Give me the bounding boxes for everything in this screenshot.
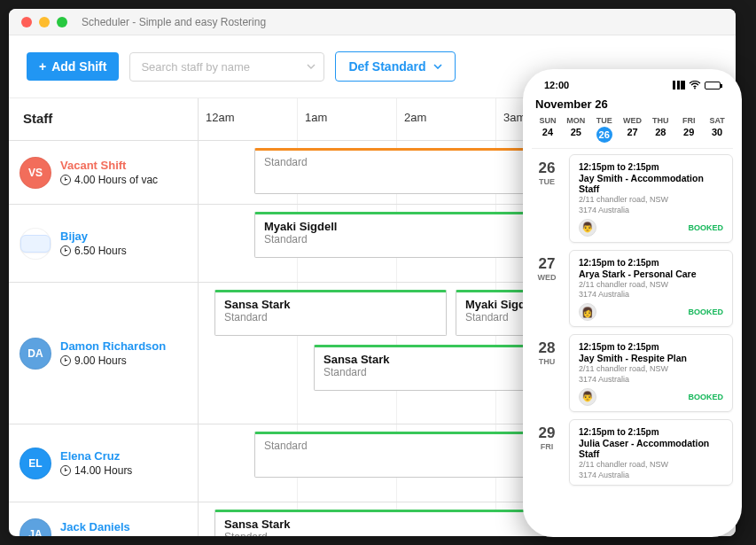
- staff-info: Elena Cruz14.00 Hours: [60, 449, 132, 477]
- appointment-list: 26TUE12:15pm to 2:15pmJay Smith - Accomm…: [532, 149, 733, 486]
- filter-label: Def Standard: [348, 59, 425, 74]
- staff-cell[interactable]: JAJack Daniels7.00 Hours: [9, 502, 199, 536]
- date-column: 29FRI: [532, 419, 562, 487]
- day-name: WED: [619, 116, 647, 125]
- week-day[interactable]: FRI29: [674, 116, 703, 143]
- appt-time: 12:15pm to 2:15pm: [579, 258, 723, 268]
- week-day[interactable]: MON25: [562, 116, 590, 143]
- staff-info: Vacant Shift4.00 Hours of vac: [60, 159, 158, 186]
- appt-address: 3174 Australia: [579, 375, 723, 385]
- avatar: JA: [19, 518, 51, 537]
- date-day: TUE: [532, 177, 562, 186]
- avatar-icon: 👨: [579, 388, 596, 406]
- appt-address: 3174 Australia: [579, 471, 723, 480]
- staff-info: Bijay6.50 Hours: [60, 230, 127, 257]
- appt-title: Arya Stark - Personal Care: [579, 269, 723, 279]
- chevron-down-icon: [433, 64, 442, 69]
- date-number: 28: [532, 339, 562, 357]
- day-number: 24: [534, 127, 562, 137]
- staff-cell[interactable]: ELElena Cruz14.00 Hours: [9, 424, 199, 502]
- staff-hours: 9.00 Hours: [60, 354, 166, 367]
- add-shift-label: Add Shift: [51, 59, 106, 74]
- appt-address: 2/11 chandler road, NSW: [579, 460, 723, 470]
- date-day: THU: [532, 357, 562, 366]
- week-day[interactable]: WED27: [619, 116, 647, 143]
- staff-name: Damon Richardson: [60, 339, 166, 353]
- appt-title: Jay Smith - Accommodation Staff: [579, 173, 723, 194]
- add-shift-button[interactable]: + Add Shift: [27, 52, 119, 81]
- card-footer: 👨BOOKED: [579, 388, 723, 406]
- date-day: WED: [532, 273, 562, 282]
- appt-time: 12:15pm to 2:15pm: [579, 342, 723, 352]
- chevron-down-icon: [307, 64, 316, 69]
- hours-text: 9.00 Hours: [74, 354, 127, 367]
- week-day[interactable]: SUN24: [534, 116, 562, 143]
- clock-icon: [60, 245, 71, 256]
- window-title: Scheduler - Simple and easy Rostering: [82, 16, 266, 28]
- staff-column-header: Staff: [9, 98, 199, 140]
- day-number: 27: [619, 127, 647, 137]
- week-day[interactable]: SAT30: [703, 116, 731, 143]
- hours-text: 14.00 Hours: [74, 464, 132, 477]
- time-slot: 12am: [199, 98, 298, 140]
- shift-name: Sansa Stark: [323, 353, 536, 366]
- card-footer: 👩BOOKED: [579, 303, 723, 321]
- appointment-card[interactable]: 12:15pm to 2:15pmArya Stark - Personal C…: [569, 250, 733, 328]
- appt-address: 3174 Australia: [579, 290, 723, 300]
- close-icon[interactable]: [21, 17, 32, 27]
- staff-cell[interactable]: DADamon Richardson9.00 Hours: [9, 283, 199, 424]
- week-strip: SUN24MON25TUE26WED27THU28FRI29SAT30: [532, 116, 733, 149]
- date-column: 26TUE: [532, 154, 562, 243]
- mobile-preview: 12:00 November 26 SUN24MON25TUE26WED27TH…: [523, 69, 742, 537]
- time-slot: 1am: [298, 98, 397, 140]
- appointment-card[interactable]: 12:15pm to 2:15pmJay Smith - Respite Pla…: [569, 334, 733, 412]
- shift-type: Standard: [323, 366, 536, 378]
- shift-name: Sansa Stark: [224, 298, 437, 311]
- plus-icon: +: [39, 59, 46, 74]
- staff-info: Damon Richardson9.00 Hours: [60, 339, 166, 367]
- staff-name: Vacant Shift: [60, 159, 158, 172]
- staff-cell[interactable]: Bijay6.50 Hours: [9, 205, 199, 282]
- filter-dropdown[interactable]: Def Standard: [335, 51, 455, 82]
- wifi-icon: [689, 81, 701, 90]
- minimize-icon[interactable]: [39, 17, 50, 27]
- appointment-card[interactable]: 12:15pm to 2:15pmJay Smith - Accommodati…: [569, 154, 733, 243]
- date-column: 28THU: [532, 334, 562, 412]
- staff-name: Bijay: [60, 230, 127, 243]
- appointment-row[interactable]: 26TUE12:15pm to 2:15pmJay Smith - Accomm…: [532, 154, 733, 243]
- day-number: 29: [674, 127, 703, 137]
- appt-address: 2/11 chandler road, NSW: [579, 195, 723, 205]
- date-number: 26: [532, 160, 562, 177]
- appointment-row[interactable]: 28THU12:15pm to 2:15pmJay Smith - Respit…: [532, 334, 733, 412]
- appointment-row[interactable]: 27WED12:15pm to 2:15pmArya Stark - Perso…: [532, 250, 733, 328]
- staff-name: Elena Cruz: [60, 449, 132, 463]
- status-badge: BOOKED: [688, 223, 723, 232]
- appointment-card[interactable]: 12:15pm to 2:15pmJulia Caser - Accommoda…: [569, 419, 733, 487]
- time-slot: 2am: [397, 98, 496, 140]
- shift-block[interactable]: Sansa StarkStandard: [314, 345, 546, 391]
- phone-month-label: November 26: [532, 96, 733, 116]
- date-number: 29: [532, 424, 562, 442]
- week-day[interactable]: THU28: [646, 116, 674, 143]
- appointment-row[interactable]: 29FRI12:15pm to 2:15pmJulia Caser - Acco…: [532, 419, 733, 487]
- day-number: 25: [562, 127, 590, 137]
- appt-address: 3174 Australia: [579, 206, 723, 215]
- day-name: MON: [562, 116, 590, 125]
- maximize-icon[interactable]: [57, 17, 67, 27]
- phone-statusbar: 12:00: [532, 80, 733, 96]
- avatar: VS: [19, 157, 51, 189]
- search-staff-field[interactable]: [129, 52, 324, 82]
- search-input[interactable]: [129, 52, 324, 82]
- staff-cell[interactable]: VSVacant Shift4.00 Hours of vac: [9, 141, 199, 204]
- battery-icon: [705, 82, 721, 90]
- status-badge: BOOKED: [688, 308, 723, 316]
- date-day: FRI: [532, 442, 562, 451]
- appt-title: Jay Smith - Respite Plan: [579, 353, 723, 363]
- date-number: 27: [532, 255, 562, 273]
- day-number: 28: [646, 127, 674, 137]
- week-day[interactable]: TUE26: [590, 116, 619, 143]
- day-name: SUN: [534, 116, 562, 125]
- shift-block[interactable]: Sansa StarkStandard: [214, 290, 447, 336]
- day-name: THU: [646, 116, 674, 125]
- phone-clock: 12:00: [544, 80, 569, 90]
